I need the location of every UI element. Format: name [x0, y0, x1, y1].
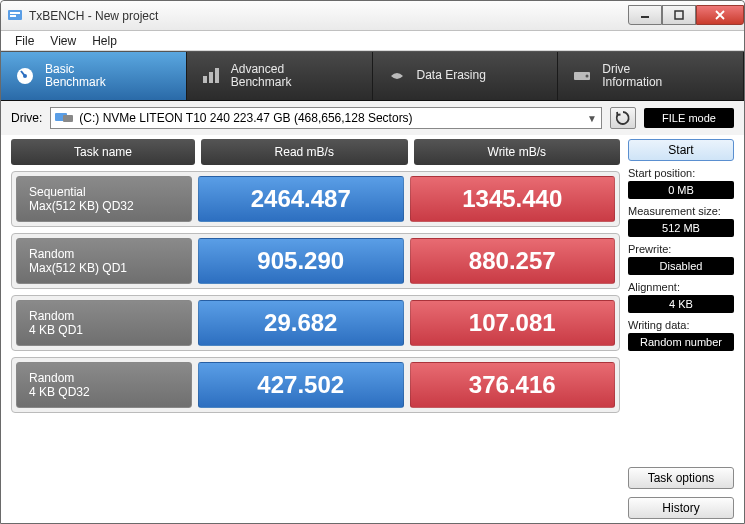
header-read: Read mB/s — [201, 139, 408, 165]
menu-help[interactable]: Help — [86, 32, 123, 50]
tab-label: Basic — [45, 62, 74, 76]
task-name: Random4 KB QD32 — [16, 362, 192, 408]
minimize-button[interactable] — [628, 5, 662, 25]
write-value: 376.416 — [410, 362, 616, 408]
start-position-value: 0 MB — [628, 181, 734, 199]
result-row: RandomMax(512 KB) QD1 905.290 880.257 — [11, 233, 620, 289]
writing-data-value: Random number — [628, 333, 734, 351]
read-value: 2464.487 — [198, 176, 404, 222]
drive-icon — [572, 66, 592, 86]
bars-icon — [201, 66, 221, 86]
side-panel: Start Start position: 0 MB Measurement s… — [628, 139, 734, 519]
measurement-size-label: Measurement size: — [628, 205, 734, 217]
writing-data-label: Writing data: — [628, 319, 734, 331]
svg-rect-7 — [203, 76, 207, 83]
tab-label: Benchmark — [45, 75, 106, 89]
svg-rect-3 — [641, 16, 649, 18]
task-name: SequentialMax(512 KB) QD32 — [16, 176, 192, 222]
chevron-down-icon: ▼ — [587, 113, 597, 124]
svg-point-6 — [23, 74, 27, 78]
write-value: 107.081 — [410, 300, 616, 346]
tab-label: Advanced — [231, 62, 284, 76]
refresh-button[interactable] — [610, 107, 636, 129]
start-position-label: Start position: — [628, 167, 734, 179]
drive-bar: Drive: (C:) NVMe LITEON T10 240 223.47 G… — [1, 101, 744, 135]
read-value: 29.682 — [198, 300, 404, 346]
prewrite-label: Prewrite: — [628, 243, 734, 255]
svg-rect-9 — [215, 68, 219, 83]
window-title: TxBENCH - New project — [29, 9, 158, 23]
results-panel: Task name Read mB/s Write mB/s Sequentia… — [11, 139, 620, 519]
task-options-button[interactable]: Task options — [628, 467, 734, 489]
write-value: 1345.440 — [410, 176, 616, 222]
tab-row: BasicBenchmark AdvancedBenchmark Data Er… — [1, 51, 744, 101]
drive-icon — [55, 110, 73, 127]
tab-label: Data Erasing — [417, 68, 486, 82]
refresh-icon — [615, 110, 631, 126]
read-value: 905.290 — [198, 238, 404, 284]
tab-label: Benchmark — [231, 75, 292, 89]
close-button[interactable] — [696, 5, 744, 25]
measurement-size-value: 512 MB — [628, 219, 734, 237]
drive-label: Drive: — [11, 111, 42, 125]
gauge-icon — [15, 66, 35, 86]
svg-point-11 — [586, 75, 589, 78]
task-name: RandomMax(512 KB) QD1 — [16, 238, 192, 284]
app-icon — [7, 8, 23, 24]
drive-select[interactable]: (C:) NVMe LITEON T10 240 223.47 GB (468,… — [50, 107, 602, 129]
tab-data-erasing[interactable]: Data Erasing — [373, 52, 559, 100]
tab-drive-information[interactable]: DriveInformation — [558, 52, 744, 100]
alignment-value: 4 KB — [628, 295, 734, 313]
history-button[interactable]: History — [628, 497, 734, 519]
svg-rect-4 — [675, 11, 683, 19]
file-mode-badge: FILE mode — [644, 108, 734, 128]
drive-value: (C:) NVMe LITEON T10 240 223.47 GB (468,… — [79, 111, 412, 125]
erase-icon — [387, 66, 407, 86]
result-row: Random4 KB QD1 29.682 107.081 — [11, 295, 620, 351]
write-value: 880.257 — [410, 238, 616, 284]
menu-view[interactable]: View — [44, 32, 82, 50]
tab-basic-benchmark[interactable]: BasicBenchmark — [1, 52, 187, 100]
svg-rect-8 — [209, 72, 213, 83]
window-titlebar: TxBENCH - New project — [1, 1, 744, 31]
menu-bar: File View Help — [1, 31, 744, 51]
tab-label: Drive — [602, 62, 630, 76]
alignment-label: Alignment: — [628, 281, 734, 293]
task-name: Random4 KB QD1 — [16, 300, 192, 346]
result-row: Random4 KB QD32 427.502 376.416 — [11, 357, 620, 413]
tab-advanced-benchmark[interactable]: AdvancedBenchmark — [187, 52, 373, 100]
header-write: Write mB/s — [414, 139, 621, 165]
result-row: SequentialMax(512 KB) QD32 2464.487 1345… — [11, 171, 620, 227]
svg-rect-2 — [10, 15, 16, 17]
tab-label: Information — [602, 75, 662, 89]
read-value: 427.502 — [198, 362, 404, 408]
header-task: Task name — [11, 139, 195, 165]
svg-rect-1 — [10, 12, 20, 14]
prewrite-value: Disabled — [628, 257, 734, 275]
svg-rect-13 — [63, 115, 73, 122]
maximize-button[interactable] — [662, 5, 696, 25]
start-button[interactable]: Start — [628, 139, 734, 161]
menu-file[interactable]: File — [9, 32, 40, 50]
